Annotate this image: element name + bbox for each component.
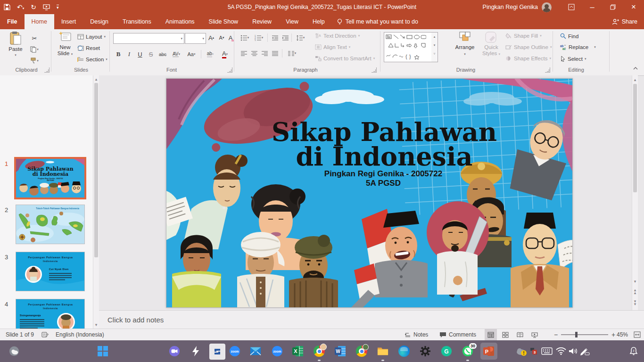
cut-icon[interactable]: ✂ [29,33,40,43]
chrome-profile2-icon[interactable] [356,346,367,357]
slideshow-view-button[interactable] [528,329,541,340]
slide-canvas[interactable]: Sikap Pahlawan di Indonesia Pingkan Regi… [166,78,573,308]
share-button[interactable]: Share [612,14,637,29]
select-button[interactable]: Select▾ [560,56,586,62]
next-slide-button[interactable]: ▾▾ [632,300,638,306]
save-icon[interactable] [4,4,10,10]
collapse-ribbon-icon[interactable] [633,66,638,71]
increase-indent-icon[interactable] [280,33,290,43]
strikethrough-button[interactable]: S [146,49,156,59]
font-size-combo[interactable]: ▾ [185,33,206,44]
clipboard-dialog-launcher[interactable] [44,67,50,73]
restore-button[interactable] [603,0,623,14]
blue-cube-app-icon[interactable] [209,344,225,360]
comments-toggle[interactable]: Comments [439,329,476,340]
close-button[interactable]: × [623,0,644,14]
normal-view-button[interactable] [485,329,497,340]
slide-thumbnail-2[interactable]: Tokoh-Tokoh Pahlawan Bangsa Indonesia [16,205,85,244]
format-painter-icon[interactable]: ▾ [29,56,40,66]
slide-thumbnail-1[interactable]: Sikap Pahlawan di Indonesia Pingkan Regi… [16,158,85,198]
tab-file[interactable]: File [0,14,25,29]
reading-view-button[interactable] [514,329,526,340]
notification-bell-icon[interactable]: z [628,346,639,357]
powerpoint-taskbar-icon[interactable]: P [480,343,497,360]
word-icon[interactable]: W [335,346,346,357]
font-dialog-launcher[interactable] [227,67,232,73]
section-button[interactable]: Section▾ [77,57,107,62]
columns-icon[interactable]: ▾ [286,48,298,58]
slide-thumbnail-3[interactable]: Perjuangan Pahlawan Bangsa Indonesia Cut… [16,252,85,291]
thumbnail-scrollbar-thumb[interactable] [94,83,98,257]
file-explorer-icon[interactable] [377,346,388,357]
sync-app-badge-icon[interactable]: 3 [528,346,539,357]
edge-icon[interactable] [398,346,410,357]
tab-animations[interactable]: Animations [158,14,202,29]
decrease-indent-icon[interactable] [270,33,280,43]
pen-battery-icon[interactable] [579,346,590,357]
tab-design[interactable]: Design [83,14,116,29]
minimize-button[interactable]: ─ [582,0,603,14]
meet-now-icon[interactable] [169,346,180,357]
reset-button[interactable]: Reset [77,45,100,51]
language-indicator[interactable]: English (Indonesia) [56,329,104,340]
spell-check-icon[interactable] [41,329,49,340]
zoom-in-button[interactable]: + [610,331,617,338]
start-button[interactable] [97,346,108,357]
shapes-gallery[interactable]: { } [384,32,432,62]
change-case-icon[interactable]: Aa▾ [185,49,198,59]
editor-scroll-down-icon[interactable]: ▾ [632,279,638,284]
tab-help[interactable]: Help [305,14,332,29]
touch-keyboard-icon[interactable] [541,346,553,357]
clear-formatting-icon[interactable]: A [227,33,234,43]
align-left-icon[interactable] [239,48,249,58]
notes-placeholder[interactable]: Click to add notes [107,316,164,324]
copy-icon[interactable]: ▾ [29,44,40,55]
avatar[interactable] [542,2,552,12]
new-slide-button[interactable]: NewSlide ▾ [55,31,75,57]
volume-icon[interactable] [568,346,579,357]
thumbnail-scrollbar[interactable]: ▴ ▾ [93,75,99,329]
tab-review[interactable]: Review [245,14,279,29]
line-spacing-icon[interactable]: ▾ [294,33,306,43]
account[interactable]: Pingkan Regi Genika [483,0,552,14]
editor-scroll-up-icon[interactable]: ▴ [632,77,638,82]
text-shadow-button[interactable]: abc [157,49,169,59]
font-name-combo[interactable]: ▾ [113,33,184,44]
paragraph-dialog-launcher[interactable] [372,67,377,73]
notes-toggle[interactable]: Notes [405,329,428,340]
weather-widget-icon[interactable] [8,346,20,357]
chrome-profile1-icon[interactable] [314,346,325,357]
find-button[interactable]: Find [560,33,578,39]
zoom-app-icon-2[interactable]: zoom [272,346,283,357]
ribbon-display-options-icon[interactable] [561,0,582,14]
increase-font-size-icon[interactable]: A▴ [206,33,216,43]
mail-app-icon[interactable] [250,346,261,357]
arrange-button[interactable]: Arrange▾ [453,31,477,57]
undo-icon[interactable]: ↶▾ [17,4,24,10]
justify-icon[interactable] [270,48,280,58]
thumbnail-scroll-down-icon[interactable]: ▾ [93,322,99,327]
italic-button[interactable]: I [124,49,134,59]
slide-sorter-view-button[interactable] [499,329,512,340]
slide-indicator[interactable]: Slide 1 of 9 [6,329,34,340]
onedrive-warning-icon[interactable]: ! [516,346,527,357]
wifi-icon[interactable] [555,346,567,357]
layout-button[interactable]: Layout▾ [77,34,106,40]
thumbnail-scroll-up-icon[interactable]: ▴ [93,77,99,82]
tab-view[interactable]: View [279,14,305,29]
decrease-font-size-icon[interactable]: A▾ [217,33,226,43]
tab-transitions[interactable]: Transitions [116,14,158,29]
tell-me-box[interactable]: Tell me what you want to do [332,14,423,29]
customize-quick-access-icon[interactable]: ▾ [57,5,59,10]
tab-slideshow[interactable]: Slide Show [202,14,246,29]
tab-home[interactable]: Home [25,14,54,29]
zoom-slider[interactable] [561,334,608,335]
fit-slide-to-window-icon[interactable] [634,329,641,340]
character-spacing-icon[interactable]: AV▾ [170,49,183,59]
zoom-out-button[interactable]: − [553,331,559,338]
paste-button[interactable]: Paste▾ [5,31,26,57]
grammarly-icon[interactable]: G [441,346,452,357]
excel-icon[interactable]: X [292,346,304,357]
align-right-icon[interactable] [259,48,270,58]
redo-icon[interactable]: ↻ [31,4,36,10]
